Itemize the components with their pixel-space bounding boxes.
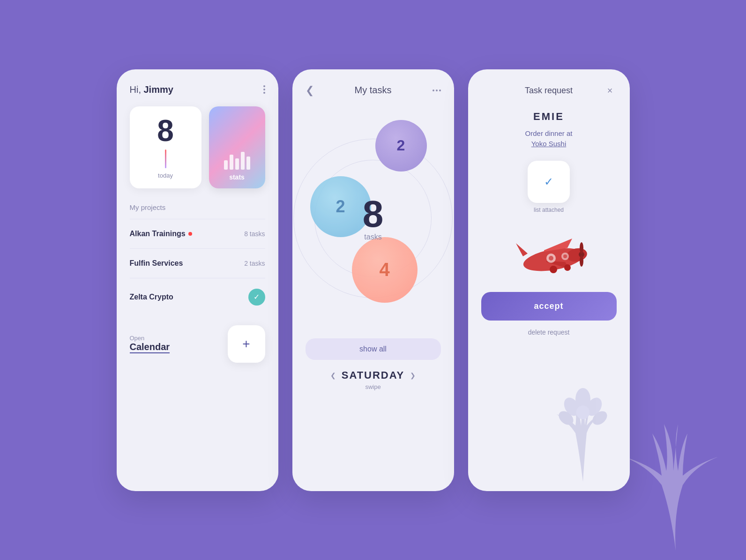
bg-flower-decoration	[545, 377, 620, 491]
day-section: ❮ SATURDAY ❯ swipe	[306, 369, 441, 390]
delete-request-button[interactable]: delete request	[481, 329, 617, 336]
screen-tasks: ❮ My tasks 2 2 4 8	[292, 69, 454, 491]
bubble-pink[interactable]: 4	[352, 237, 418, 303]
separator-2	[130, 248, 265, 249]
attachment-label: list attached	[481, 207, 617, 213]
bubble-pink-number: 4	[379, 259, 389, 280]
bubble-blue[interactable]: 2	[310, 176, 371, 237]
screen-dashboard: Hi, Jimmy 8 today stats	[117, 69, 278, 491]
svg-point-8	[549, 256, 553, 261]
svg-point-2	[550, 266, 557, 273]
svg-point-15	[589, 408, 609, 427]
screen2-title: My tasks	[355, 85, 392, 96]
separator-3	[130, 278, 265, 278]
main-label: tasks	[363, 233, 384, 241]
bubbles-area: 2 2 4 8 tasks	[306, 106, 441, 331]
svg-point-10	[563, 254, 567, 258]
today-bar	[165, 149, 166, 168]
svg-point-13	[583, 395, 605, 418]
today-number: 8	[157, 116, 174, 146]
today-card: 8 today	[130, 106, 201, 188]
svg-point-16	[576, 405, 589, 419]
accept-button[interactable]: accept	[481, 292, 617, 321]
bubble-purple[interactable]: 2	[375, 120, 427, 172]
add-icon: +	[242, 336, 250, 351]
calendar-open-label: Open	[130, 335, 170, 342]
show-all-button[interactable]: show all	[306, 338, 441, 360]
svg-point-14	[556, 408, 575, 427]
attachment-card[interactable]: ✓	[528, 161, 570, 203]
bar-4	[241, 152, 245, 170]
close-button[interactable]: ×	[604, 84, 617, 97]
bubble-blue-number: 2	[336, 197, 345, 217]
add-button[interactable]: +	[228, 325, 265, 363]
mini-bar-chart	[224, 152, 250, 170]
task-text: Order dinner at	[525, 129, 573, 137]
screen3-title: Task request	[525, 86, 573, 96]
attachment-check-icon: ✓	[544, 175, 553, 188]
svg-point-3	[564, 264, 571, 271]
project-check-zelta: ✓	[248, 289, 265, 306]
project-tasks-fulfin: 2 tasks	[244, 260, 265, 267]
screen1-header: Hi, Jimmy	[130, 84, 265, 95]
bubble-purple-number: 2	[397, 137, 405, 154]
svg-point-12	[561, 395, 582, 418]
screen2-menu-button[interactable]	[433, 90, 441, 91]
task-description: Order dinner at Yoko Sushi	[481, 128, 617, 149]
task-link[interactable]: Yoko Sushi	[531, 140, 567, 148]
menu-button[interactable]	[263, 85, 265, 94]
calendar-text: Open Calendar	[130, 335, 170, 353]
svg-point-5	[580, 242, 583, 254]
project-item-alkan[interactable]: Alkan Trainings 8 tasks	[130, 225, 265, 243]
stats-row: 8 today stats	[130, 106, 265, 188]
projects-title: My projects	[130, 203, 265, 211]
day-next-arrow[interactable]: ❯	[410, 372, 416, 379]
user-name: Jimmy	[144, 84, 173, 95]
day-nav: ❮ SATURDAY ❯	[306, 369, 441, 381]
project-item-fulfin[interactable]: Fulfin Services 2 tasks	[130, 254, 265, 272]
svg-point-11	[575, 388, 590, 411]
screen-task-request: Task request × EMIE Order dinner at Yoko…	[468, 69, 630, 491]
calendar-section: Open Calendar +	[130, 325, 265, 363]
day-prev-arrow[interactable]: ❮	[330, 372, 336, 379]
bar-2	[230, 155, 233, 170]
bar-1	[224, 160, 228, 170]
project-item-zelta[interactable]: Zelta Crypto ✓	[130, 284, 265, 310]
project-name-zelta: Zelta Crypto	[130, 293, 173, 301]
project-name-fulfin: Fulfin Services	[130, 259, 183, 268]
bar-5	[246, 157, 250, 170]
bar-3	[235, 158, 239, 170]
screen3-header: Task request ×	[481, 84, 617, 97]
day-name: SATURDAY	[342, 369, 405, 381]
main-task-count: 8 tasks	[363, 195, 384, 241]
airplane-illustration	[507, 224, 591, 281]
swipe-label: swipe	[306, 383, 441, 390]
projects-section: My projects Alkan Trainings 8 tasks Fulf…	[130, 203, 265, 310]
screen2-header: ❮ My tasks	[306, 84, 441, 97]
project-dot-alkan	[188, 232, 192, 236]
calendar-title: Calendar	[130, 342, 170, 353]
project-tasks-alkan: 8 tasks	[244, 230, 265, 238]
greeting-prefix: Hi,	[130, 84, 144, 95]
project-name-alkan: Alkan Trainings	[130, 230, 192, 238]
requester-name: EMIE	[481, 111, 617, 123]
svg-point-6	[580, 255, 583, 267]
stats-card[interactable]: stats	[209, 106, 265, 188]
separator-1	[130, 219, 265, 219]
main-number: 8	[363, 195, 384, 233]
greeting: Hi, Jimmy	[130, 84, 173, 95]
today-label: today	[158, 172, 173, 179]
back-button[interactable]: ❮	[306, 84, 314, 97]
stats-label: stats	[229, 173, 245, 181]
